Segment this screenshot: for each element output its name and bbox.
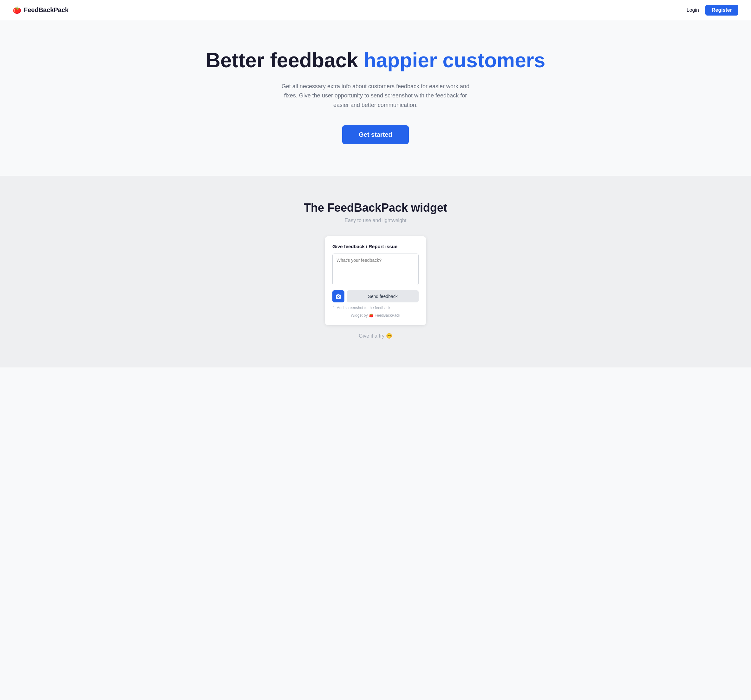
header: 🍅 FeedBackPack Login Register (0, 0, 751, 20)
feedback-textarea[interactable] (332, 254, 419, 285)
widget-section-title: The FeedBackPack widget (13, 201, 738, 215)
register-button[interactable]: Register (705, 5, 738, 15)
give-it-a-try: Give it a try 😊 (13, 333, 738, 339)
hero-title-part1: Better feedback (206, 49, 364, 72)
widget-card-title: Give feedback / Report issue (332, 244, 419, 249)
logo-text: FeedBackPack (24, 6, 68, 14)
widget-footer-brand: FeedBackPack (374, 313, 400, 317)
widget-footer: Widget by 🍅 FeedBackPack (332, 313, 419, 317)
screenshot-hint: ⌃ Add screenshot to the feedback (332, 305, 419, 310)
camera-button[interactable] (332, 290, 345, 302)
widget-section: The FeedBackPack widget Easy to use and … (0, 176, 751, 367)
screenshot-hint-text: Add screenshot to the feedback (337, 305, 390, 310)
send-feedback-button[interactable]: Send feedback (347, 290, 419, 302)
widget-actions-row: Send feedback (332, 290, 419, 302)
logo: 🍅 FeedBackPack (13, 6, 68, 14)
hero-section: Better feedback happier customers Get al… (0, 20, 751, 176)
nav-actions: Login Register (687, 5, 738, 15)
chevron-icon: ⌃ (332, 306, 335, 310)
camera-icon (335, 294, 341, 299)
login-button[interactable]: Login (687, 7, 699, 13)
widget-footer-text: Widget by (351, 313, 368, 317)
hero-subtitle: Get all necessary extra info about custo… (280, 82, 471, 110)
hero-title: Better feedback happier customers (13, 49, 738, 72)
get-started-button[interactable]: Get started (342, 125, 409, 144)
widget-card: Give feedback / Report issue Send feedba… (325, 236, 426, 325)
widget-footer-logo: 🍅 (369, 313, 374, 317)
logo-icon: 🍅 (13, 6, 21, 14)
hero-title-part2: happier customers (364, 49, 545, 72)
widget-section-subtitle: Easy to use and lightweight (13, 218, 738, 223)
